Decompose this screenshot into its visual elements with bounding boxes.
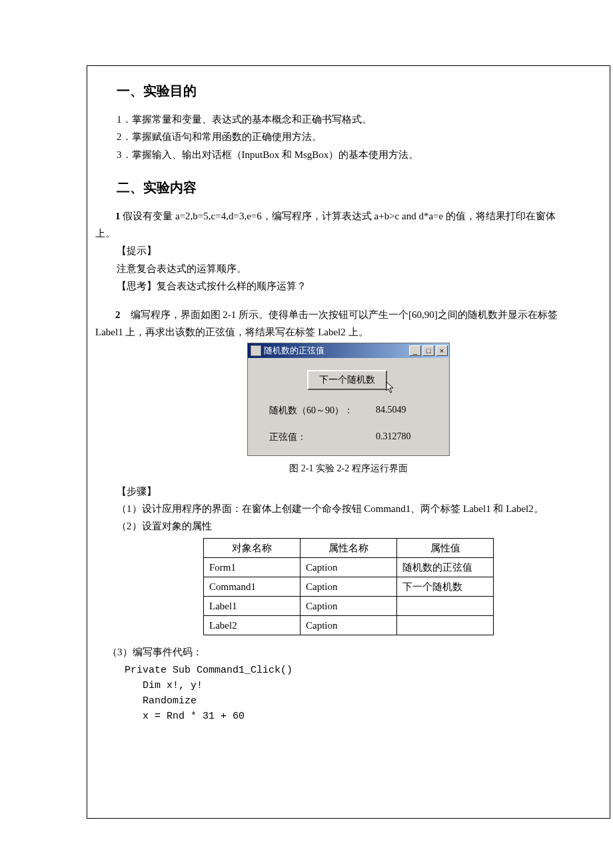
vb-random-label: 随机数（60～90）： — [269, 405, 376, 417]
question-1-text-a: 假设有变量 a=2,b=5,c=4,d=3,e=6，编写程序，计算表达式 a+b… — [123, 211, 556, 221]
think-text: 复合表达式按什么样的顺序运算？ — [157, 281, 306, 291]
form-icon — [251, 345, 261, 356]
code-line-1: Private Sub Command1_Click() — [125, 663, 610, 678]
step-1: （1）设计应用程序的界面：在窗体上创建一个命令按钮 Command1、两个标签 … — [117, 501, 610, 517]
goal-item-1: 1．掌握常量和变量、表达式的基本概念和正确书写格式。 — [117, 112, 610, 127]
question-2-text-b: Label1 上，再求出该数的正弦值，将结果写在标签 Label2 上。 — [95, 325, 610, 340]
table-header-row: 对象名称 属性名称 属性值 — [204, 539, 494, 558]
question-1-number: 1 — [115, 211, 121, 221]
section-1-heading: 一、实验目的 — [117, 82, 610, 100]
figure-caption: 图 2-1 实验 2-2 程序运行界面 — [87, 463, 610, 475]
th-value: 属性值 — [397, 539, 494, 558]
question-2: 2 编写程序，界面如图 2-1 所示。使得单击一次按钮可以产生一个[60,90]… — [95, 307, 610, 323]
goal-item-2: 2．掌握赋值语句和常用函数的正确使用方法。 — [117, 129, 610, 145]
code-line-2: Dim x!, y! — [125, 678, 610, 693]
question-1: 1 假设有变量 a=2,b=5,c=4,d=3,e=6，编写程序，计算表达式 a… — [95, 209, 610, 224]
step-3: （3）编写事件代码： — [107, 645, 610, 660]
vb-sine-label: 正弦值： — [269, 431, 376, 443]
table-row: Command1 Caption 下一个随机数 — [204, 577, 494, 597]
table-row: Label2 Caption — [204, 616, 494, 635]
code-line-4: x = Rnd * 31 + 60 — [125, 709, 610, 724]
code-line-3: Randomize — [125, 693, 610, 709]
table-row: Form1 Caption 随机数的正弦值 — [204, 558, 494, 577]
step-2: （2）设置对象的属性 — [117, 519, 610, 534]
document-page: 一、实验目的 1．掌握常量和变量、表达式的基本概念和正确书写格式。 2．掌握赋值… — [87, 65, 610, 819]
question-2-number: 2 — [115, 309, 121, 320]
th-object: 对象名称 — [204, 539, 301, 558]
next-random-button: 下一个随机数 — [307, 370, 387, 390]
hint-label: 【提示】 — [117, 243, 610, 259]
minimize-icon: _ — [409, 345, 421, 356]
vb-window-figure: 随机数的正弦值 _ □ × 下一个随机数 随机数（60～90）： 84.5049… — [247, 343, 450, 456]
table-row: Label1 Caption — [204, 597, 494, 616]
close-icon: × — [436, 345, 448, 356]
vb-titlebar: 随机数的正弦值 _ □ × — [248, 343, 449, 358]
vb-row-sine: 正弦值： 0.312780 — [269, 431, 449, 443]
th-prop: 属性名称 — [301, 539, 397, 558]
vb-random-value: 84.5049 — [376, 405, 406, 417]
vb-row-random: 随机数（60～90）： 84.5049 — [269, 405, 449, 417]
think-line: 【思考】复合表达式按什么样的顺序运算？ — [117, 279, 610, 294]
vb-sine-value: 0.312780 — [376, 431, 411, 443]
steps-label: 【步骤】 — [117, 484, 610, 499]
think-label: 【思考】 — [117, 281, 157, 291]
hint-text: 注意复合表达式的运算顺序。 — [117, 261, 610, 277]
question-1-text-b: 上。 — [95, 226, 610, 241]
goal-item-3: 3．掌握输入、输出对话框（InputBox 和 MsgBox）的基本使用方法。 — [117, 147, 610, 163]
maximize-icon: □ — [422, 345, 434, 356]
question-2-text-a: 编写程序，界面如图 2-1 所示。使得单击一次按钮可以产生一个[60,90]之间… — [131, 309, 558, 320]
section-2-heading: 二、实验内容 — [117, 179, 610, 197]
properties-table: 对象名称 属性名称 属性值 Form1 Caption 随机数的正弦值 Comm… — [203, 538, 494, 635]
vb-window-title: 随机数的正弦值 — [264, 345, 324, 357]
vb-window-body: 下一个随机数 随机数（60～90）： 84.5049 正弦值： 0.312780 — [248, 358, 449, 455]
